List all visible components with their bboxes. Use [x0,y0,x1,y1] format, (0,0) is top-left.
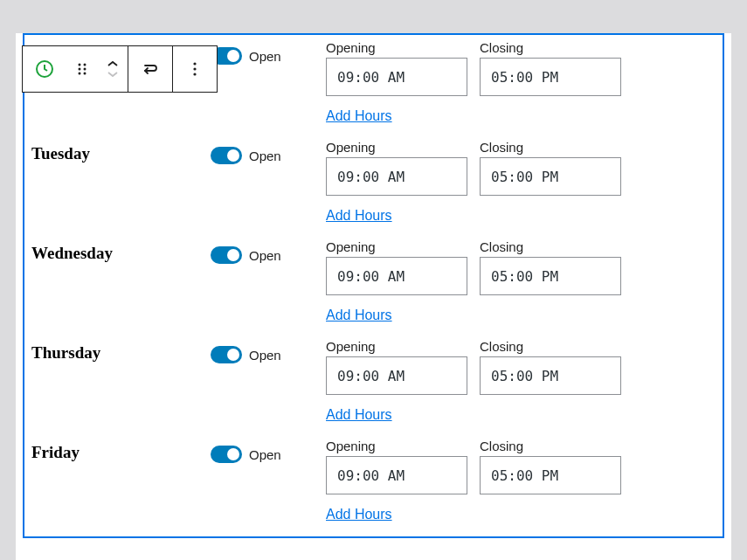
open-toggle-col: Open [211,339,326,363]
drag-icon [73,60,91,78]
add-hours-link[interactable]: Add Hours [326,308,392,323]
closing-input[interactable] [480,456,621,494]
day-row: WednesdayOpenOpeningClosingAdd Hours [31,229,716,328]
opening-input[interactable] [326,58,467,96]
time-fields: OpeningClosing [326,40,716,96]
svg-point-3 [79,68,81,71]
add-hours-link[interactable]: Add Hours [326,507,392,522]
opening-field: Opening [326,439,467,494]
opening-field-label: Opening [326,40,467,55]
open-toggle-col: Open [211,239,326,264]
closing-input[interactable] [480,356,621,395]
closing-field-label: Closing [480,339,621,354]
opening-field: Opening [326,239,467,295]
svg-point-8 [193,67,196,70]
day-name: Tuesday [31,140,211,163]
closing-field: Closing [480,40,621,96]
svg-point-7 [193,62,196,65]
open-toggle-label: Open [249,447,281,462]
closing-field: Closing [480,239,621,295]
opening-field-label: Opening [326,140,467,155]
editor-canvas: MondayOpenOpeningClosingAdd HoursTuesday… [16,33,731,560]
open-toggle[interactable] [211,346,242,363]
times-col: OpeningClosingAdd Hours [326,339,716,423]
day-name: Thursday [31,339,211,363]
opening-field: Opening [326,140,467,196]
svg-point-2 [84,64,86,66]
open-toggle-label: Open [249,248,281,263]
svg-point-1 [79,64,81,66]
day-name: Friday [31,439,211,462]
time-fields: OpeningClosing [326,239,716,295]
opening-field-label: Opening [326,439,467,453]
chevron-down-icon[interactable] [106,70,120,79]
closing-input[interactable] [480,157,621,196]
opening-input[interactable] [326,456,467,494]
opening-field-label: Opening [326,339,467,354]
time-fields: OpeningClosing [326,339,716,395]
toolbar-group-more [173,46,217,92]
closing-field: Closing [480,140,621,196]
open-toggle-col: Open [211,140,326,164]
time-fields: OpeningClosing [326,439,716,494]
block-toolbar [22,45,218,93]
closing-field-label: Closing [480,140,621,155]
align-icon [140,59,161,80]
open-toggle-col: Open [211,40,326,65]
chevron-up-icon[interactable] [106,59,120,68]
day-row: TuesdayOpenOpeningClosingAdd Hours [31,129,716,229]
toolbar-group-block [23,46,128,92]
svg-point-4 [84,68,86,71]
opening-field: Opening [326,40,467,96]
align-button[interactable] [128,46,172,92]
closing-input[interactable] [480,58,621,96]
more-options-button[interactable] [173,46,217,92]
svg-point-5 [79,73,81,75]
clock-icon [34,59,55,80]
more-vertical-icon [186,60,204,78]
svg-point-6 [84,73,86,75]
closing-field-label: Closing [480,40,621,55]
closing-field: Closing [480,339,621,395]
closing-field: Closing [480,439,621,494]
open-toggle[interactable] [211,446,242,463]
day-name: Wednesday [31,239,211,263]
open-toggle-label: Open [249,149,281,163]
day-row: FridayOpenOpeningClosingAdd Hours [31,428,716,528]
closing-field-label: Closing [480,439,621,453]
drag-handle[interactable] [66,46,98,92]
business-hours-block[interactable]: MondayOpenOpeningClosingAdd HoursTuesday… [23,33,724,538]
open-toggle[interactable] [211,147,242,164]
open-toggle-label: Open [249,348,281,363]
add-hours-link[interactable]: Add Hours [326,407,392,423]
add-hours-link[interactable]: Add Hours [326,208,392,224]
closing-input[interactable] [480,257,621,295]
move-buttons [98,46,128,92]
opening-input[interactable] [326,157,467,196]
times-col: OpeningClosingAdd Hours [326,140,716,224]
block-type-button[interactable] [23,46,66,92]
times-col: OpeningClosingAdd Hours [326,439,716,522]
closing-field-label: Closing [480,239,621,254]
day-row: ThursdayOpenOpeningClosingAdd Hours [31,328,716,428]
open-toggle[interactable] [211,246,242,264]
opening-input[interactable] [326,356,467,395]
add-hours-link[interactable]: Add Hours [326,108,392,124]
times-col: OpeningClosingAdd Hours [326,239,716,323]
open-toggle-label: Open [249,49,281,64]
toolbar-group-align [128,46,173,92]
opening-field: Opening [326,339,467,395]
times-col: OpeningClosingAdd Hours [326,40,716,124]
opening-field-label: Opening [326,239,467,254]
time-fields: OpeningClosing [326,140,716,196]
open-toggle-col: Open [211,439,326,463]
opening-input[interactable] [326,257,467,295]
svg-point-9 [193,73,196,75]
